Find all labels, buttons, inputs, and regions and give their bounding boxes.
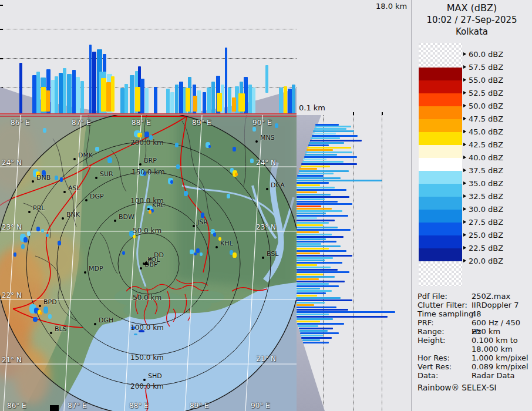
profile-echo-bar	[312, 135, 358, 137]
legend-scale-label-row: 50.0 dBZ	[463, 102, 503, 110]
legend-panel: MAX (dBZ) 10:02 / 27-Sep-2025 Kolkata 60…	[411, 0, 532, 411]
meta-value: 48	[472, 309, 482, 318]
meta-label: Time sampling:	[417, 309, 476, 318]
profile-echo-bar	[297, 182, 329, 184]
range-ring-label: 100.0 km	[130, 324, 164, 332]
profile-echo-bar	[315, 126, 351, 127]
city-dot-shd	[143, 379, 146, 381]
radar-echo	[213, 233, 216, 237]
profile-echo-bar	[297, 180, 382, 181]
radar-echo	[134, 333, 137, 335]
profile-echo-bar	[170, 92, 174, 114]
profile-echo-bar	[297, 245, 341, 247]
profile-echo-bar	[302, 339, 320, 341]
legend-scale-label: 42.5 dBZ	[469, 140, 503, 149]
lat-label: 24° N	[256, 159, 276, 167]
profile-echo-bar	[89, 45, 92, 114]
city-dot-prl	[28, 211, 31, 213]
legend-scale-label: 25.0 dBZ	[469, 231, 503, 240]
legend-scale-label: 30.0 dBZ	[469, 205, 503, 214]
meta-value: 0.089 km/pixel	[472, 362, 528, 371]
profile-echo-core	[101, 78, 106, 112]
city-label-krc: KRC	[152, 201, 165, 209]
profile-echo-bar	[297, 252, 320, 254]
city-dot-dgp	[85, 199, 87, 201]
profile-echo-bar	[175, 85, 179, 114]
profile-echo-bar	[297, 299, 352, 301]
profile-echo-bar	[252, 87, 255, 114]
profile-echo-bar	[313, 130, 354, 132]
profile-echo-bar	[300, 332, 339, 334]
legend-scale-label: 57.5 dBZ	[469, 63, 503, 72]
profile-echo-bar	[297, 191, 317, 193]
profile-echo-bar	[314, 128, 346, 130]
profile-echo-bar	[297, 243, 321, 245]
profile-echo-bar	[297, 257, 333, 259]
profile-echo-bar	[307, 149, 333, 151]
product-title: MAX (dBZ)	[412, 2, 532, 14]
lon-label: 87° E	[68, 402, 87, 410]
profile-echo-bar	[279, 87, 283, 114]
radar-echo	[176, 164, 180, 169]
profile-echo-bar	[297, 224, 323, 226]
lat-label: 21° N	[2, 356, 22, 364]
radar-echo	[43, 306, 48, 314]
city-dot-bnk	[62, 217, 64, 220]
profile-echo-bar	[297, 288, 320, 289]
profile-echo-bar	[297, 213, 326, 214]
legend-scale-label-row: 42.5 dBZ	[463, 140, 503, 149]
scale-arrow-icon	[463, 91, 466, 95]
city-label-khl: KHL	[220, 240, 233, 247]
lat-label: 21° N	[256, 355, 276, 363]
profile-echo-bar	[297, 238, 326, 240]
profile-echo-core	[111, 76, 115, 112]
profile-echo-bar	[63, 68, 66, 114]
scale-arrow-icon	[463, 65, 466, 69]
radar-site-marker	[144, 261, 149, 265]
city-label-dca: DCA	[271, 181, 285, 189]
radar-echo	[250, 159, 254, 163]
profile-echo-bar	[297, 217, 317, 219]
top-height-profile-panel[interactable]	[0, 0, 297, 115]
radar-echo	[48, 314, 52, 319]
city-label-mns: MNS	[260, 134, 275, 142]
profile-echo-bar	[36, 72, 40, 114]
profile-echo-bar	[297, 220, 335, 221]
legend-scale-label-row: 25.0 dBZ	[463, 231, 503, 239]
profile-echo-bar	[297, 250, 346, 252]
scale-arrow-icon	[463, 181, 466, 185]
legend-color-band	[419, 68, 462, 80]
profile-echo-bar	[297, 255, 352, 257]
legend-scale-label: 40.0 dBZ	[469, 153, 503, 162]
profile-echo-bar	[130, 75, 134, 114]
profile-echo-bar	[67, 74, 72, 114]
radar-map-display[interactable]: 86° E87° E88° E89° E90° E86° E87° E88° E…	[0, 115, 297, 411]
city-dot-dca	[266, 188, 268, 190]
profile-echo-bar	[207, 87, 211, 114]
legend-scale-label-row: 45.0 dBZ	[463, 127, 503, 136]
profile-echo-bar	[297, 283, 329, 285]
radar-echo	[194, 252, 197, 255]
profile-echo-bar	[292, 85, 295, 114]
scale-arrow-icon	[463, 143, 466, 146]
profile-echo-bar	[265, 65, 268, 93]
radar-echo	[149, 210, 151, 214]
profile-echo-bar	[298, 173, 334, 174]
scale-arrow-icon	[463, 169, 466, 172]
radar-echo	[233, 147, 236, 151]
city-dot-bpd	[39, 305, 41, 307]
legend-scale-label-row: 32.5 dBZ	[463, 192, 503, 200]
legend-scale-label: 35.0 dBZ	[469, 179, 503, 188]
profile-echo-bar	[297, 276, 335, 278]
legend-overflow-low-checker	[419, 261, 462, 286]
city-label-brp: BRP	[144, 157, 157, 164]
legend-scale-label-row: 57.5 dBZ	[463, 63, 503, 71]
scale-arrow-icon	[463, 130, 466, 133]
range-ring-label: 200.0 km	[130, 139, 164, 147]
city-label-jsr: JSR	[197, 218, 208, 226]
scale-arrow-icon	[463, 52, 466, 56]
right-height-profile-panel[interactable]	[297, 115, 411, 411]
legend-scale-label-row: 35.0 dBZ	[463, 179, 503, 187]
max-height-label: 18.0 km	[376, 2, 407, 11]
city-label-shd: SHD	[148, 372, 162, 380]
